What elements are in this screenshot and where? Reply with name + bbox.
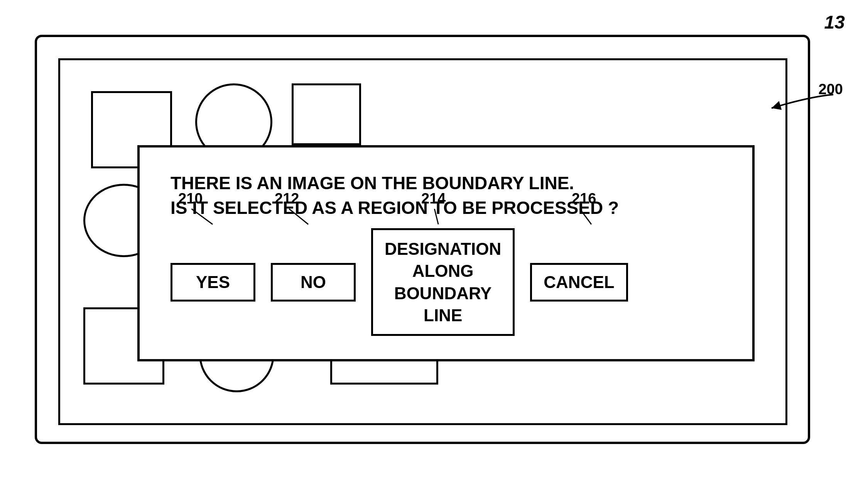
device-frame: THERE IS AN IMAGE ON THE BOUNDARY LINE. … (35, 35, 810, 444)
figure-number-13: 13 (824, 12, 845, 33)
page-container: 13 200 THERE IS AN IMAGE ON THE BOUNDARY… (0, 0, 868, 478)
ref-216: 216 (572, 190, 596, 207)
cancel-button[interactable]: CANCEL (530, 263, 628, 302)
svg-line-1 (289, 209, 308, 224)
no-button[interactable]: NO (271, 263, 356, 302)
svg-line-2 (434, 209, 438, 224)
screen-area: THERE IS AN IMAGE ON THE BOUNDARY LINE. … (58, 58, 787, 425)
dialog-box: THERE IS AN IMAGE ON THE BOUNDARY LINE. … (137, 145, 755, 361)
ref-214: 214 (421, 190, 446, 207)
svg-line-0 (192, 209, 213, 224)
svg-line-3 (580, 209, 591, 224)
bg-square-topmid (292, 83, 361, 145)
ref-212: 212 (275, 190, 299, 207)
yes-button[interactable]: YES (171, 263, 255, 302)
designation-button[interactable]: DESIGNATION ALONG BOUNDARY LINE (371, 228, 515, 336)
figure-number-200: 200 (819, 81, 843, 98)
